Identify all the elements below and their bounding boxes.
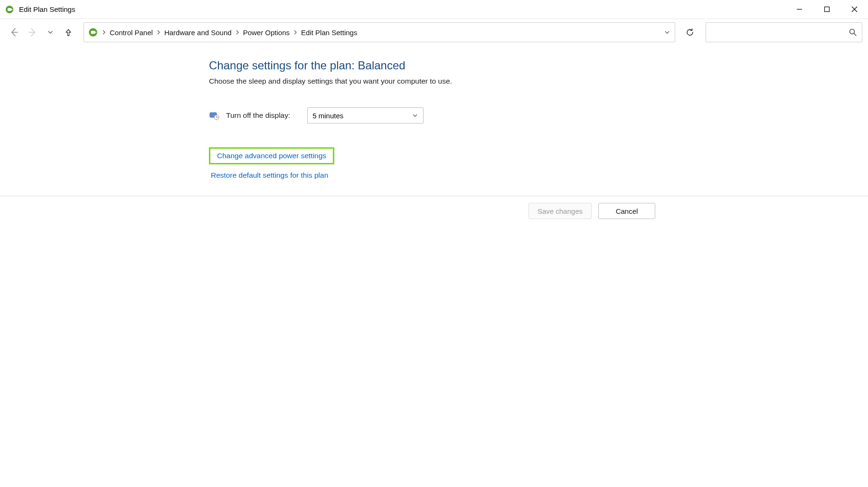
forward-button[interactable] [24,24,41,41]
save-changes-button[interactable]: Save changes [528,203,592,219]
minimize-button[interactable] [785,0,813,19]
restore-defaults-link[interactable]: Restore default settings for this plan [209,170,330,181]
window-title: Edit Plan Settings [19,5,75,13]
page-title: Change settings for the plan: Balanced [209,59,636,72]
display-clock-icon [209,110,219,121]
advanced-link-highlight: Change advanced power settings [209,147,334,164]
search-icon [849,28,857,37]
title-bar: Edit Plan Settings [0,0,868,19]
links-section: Change advanced power settings Restore d… [209,147,636,181]
breadcrumb-control-panel[interactable]: Control Panel [109,27,154,38]
display-off-label: Turn off the display: [226,111,290,120]
address-bar[interactable]: Control Panel Hardware and Sound Power O… [84,22,675,42]
footer-bar: Save changes Cancel [0,196,868,226]
search-box[interactable] [706,22,862,42]
chevron-right-icon[interactable] [99,28,109,37]
chevron-down-icon [412,112,418,119]
back-button[interactable] [6,24,23,41]
display-off-select[interactable]: 5 minutes [307,107,424,124]
window-controls [785,0,868,19]
maximize-button[interactable] [813,0,840,19]
recent-locations-button[interactable] [42,24,59,41]
refresh-button[interactable] [680,22,700,42]
svg-rect-11 [95,32,96,33]
change-advanced-link[interactable]: Change advanced power settings [215,151,328,161]
breadcrumb-power-options[interactable]: Power Options [242,27,291,38]
nav-bar: Control Panel Hardware and Sound Power O… [0,19,868,46]
power-options-icon [5,5,14,14]
svg-rect-1 [8,8,11,11]
chevron-right-icon[interactable] [154,28,163,37]
display-off-row: Turn off the display: 5 minutes [209,107,636,124]
display-off-value: 5 minutes [312,112,343,120]
svg-rect-10 [91,31,95,34]
chevron-right-icon[interactable] [291,28,300,37]
up-button[interactable] [60,24,77,41]
content-area: Change settings for the plan: Balanced C… [0,46,868,226]
title-left: Edit Plan Settings [5,5,75,14]
svg-rect-2 [11,9,12,10]
cancel-button[interactable]: Cancel [598,203,655,219]
svg-rect-4 [824,7,829,12]
breadcrumb-edit-plan-settings[interactable]: Edit Plan Settings [300,27,358,38]
address-history-button[interactable] [660,25,675,40]
page-subtitle: Choose the sleep and display settings th… [209,77,636,86]
close-button[interactable] [840,0,868,19]
svg-line-13 [854,34,857,36]
breadcrumb-hardware-sound[interactable]: Hardware and Sound [163,27,233,38]
chevron-right-icon[interactable] [233,28,242,37]
control-panel-icon [88,27,98,38]
